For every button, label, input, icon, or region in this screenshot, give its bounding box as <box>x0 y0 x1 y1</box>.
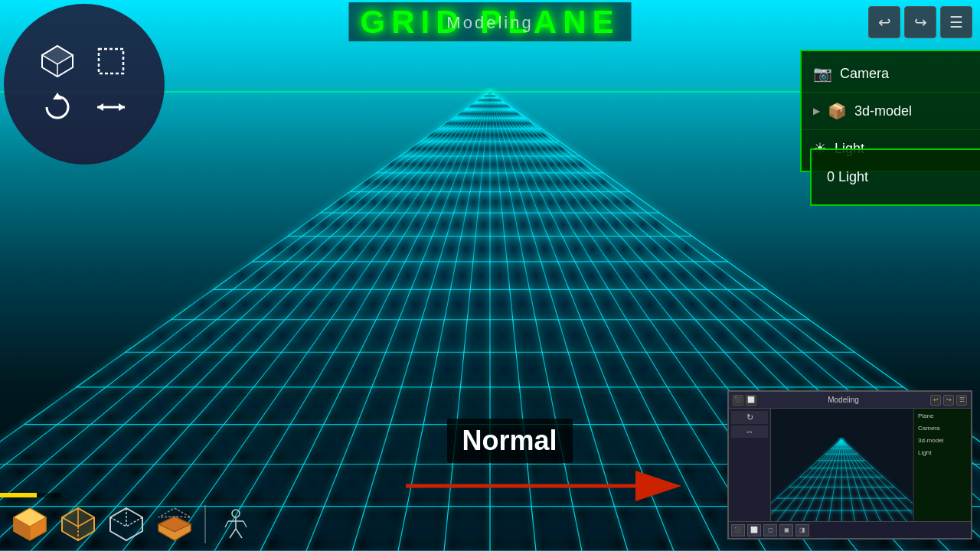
light-count-text: 0 Light <box>827 169 868 184</box>
menu-button[interactable]: ☰ <box>940 6 972 38</box>
svg-line-35 <box>225 521 228 527</box>
toolbar-row-1 <box>38 42 130 80</box>
mini-footer-btn5[interactable]: ◨ <box>795 524 809 536</box>
rotate-tool-button[interactable] <box>38 88 77 126</box>
mini-footer-btn4[interactable]: ◼ <box>779 524 793 536</box>
svg-marker-1 <box>42 46 73 64</box>
undo-button[interactable]: ↩ <box>868 6 900 38</box>
mini-model-item[interactable]: 3d-model <box>916 435 969 445</box>
left-toolbar <box>4 4 165 165</box>
mini-menu-btn[interactable]: ☰ <box>956 395 967 406</box>
solid-cube-tool[interactable] <box>8 502 52 546</box>
mini-left-panel: ↻ ↔ <box>729 409 771 521</box>
svg-marker-6 <box>97 103 103 111</box>
mini-footer-btn3[interactable]: ◻ <box>763 524 777 536</box>
mini-grid-canvas <box>771 409 913 521</box>
svg-line-22 <box>110 517 126 527</box>
svg-rect-3 <box>99 49 123 73</box>
figure-tool[interactable] <box>214 502 258 546</box>
half-cube-tool[interactable] <box>152 502 197 546</box>
cube-tool-button[interactable] <box>38 42 77 80</box>
selection-tool-button[interactable] <box>92 42 130 80</box>
svg-line-21 <box>126 517 142 527</box>
arrow-container <box>398 463 689 501</box>
mini-viewport[interactable]: ⬛ ⬜ Modeling ↩ ↪ ☰ ↻ ↔ Plane Camera 3d-m… <box>727 390 972 540</box>
mini-viewport-canvas[interactable] <box>771 409 913 521</box>
mini-viewport-header: ⬛ ⬜ Modeling ↩ ↪ ☰ <box>729 392 971 409</box>
svg-marker-7 <box>119 103 125 111</box>
mini-footer-btn1[interactable]: ⬛ <box>731 524 745 536</box>
mini-undo-btn[interactable]: ↩ <box>930 395 941 406</box>
mini-title: Modeling <box>828 396 859 404</box>
toolbar-row-2 <box>38 88 130 126</box>
open-cube-tool[interactable] <box>104 502 149 546</box>
mini-plane-item[interactable]: Plane <box>916 411 969 421</box>
mini-cube-btn[interactable]: ⬛ <box>733 395 743 406</box>
svg-line-36 <box>243 521 247 527</box>
svg-line-34 <box>236 529 242 538</box>
mini-footer-btn2[interactable]: ⬜ <box>747 524 761 536</box>
toolbar-divider <box>204 505 206 543</box>
svg-line-33 <box>230 529 236 538</box>
title-area: GRID PLANE Modeling <box>348 4 631 41</box>
wireframe-cube-tool[interactable] <box>56 502 100 546</box>
mini-right-panel: Plane Camera 3d-model Light <box>913 409 971 521</box>
svg-point-30 <box>232 510 240 517</box>
mini-sel-btn[interactable]: ⬜ <box>746 395 756 406</box>
mini-light-item[interactable]: Light <box>916 448 969 458</box>
redo-button[interactable]: ↪ <box>904 6 936 38</box>
model3d-expand-arrow: ▶ <box>813 106 820 116</box>
move-tool-button[interactable] <box>92 88 130 126</box>
mini-move-btn[interactable]: ↔ <box>731 425 768 438</box>
camera-icon: 📷 <box>813 64 832 83</box>
camera-label: Camera <box>840 66 889 82</box>
mini-camera-item[interactable]: Camera <box>916 423 969 433</box>
mini-redo-btn[interactable]: ↪ <box>943 395 954 406</box>
light-count-panel: 0 Light <box>810 148 980 206</box>
mini-footer: ⬛ ⬜ ◻ ◼ ◨ <box>729 521 971 538</box>
camera-panel-item[interactable]: 📷 Camera <box>802 55 980 93</box>
app-subtitle: Modeling <box>446 13 533 33</box>
model3d-label: 3d-model <box>854 103 912 119</box>
model3d-icon: 📦 <box>828 102 847 120</box>
mini-content: ↻ ↔ Plane Camera 3d-model Light <box>729 409 971 521</box>
model3d-panel-item[interactable]: ▶ 📦 3d-model <box>802 93 980 130</box>
mini-rotate-btn[interactable]: ↻ <box>731 411 768 424</box>
top-right-controls: ↩ ↪ ☰ <box>868 6 972 38</box>
normal-label: Normal <box>447 419 573 463</box>
